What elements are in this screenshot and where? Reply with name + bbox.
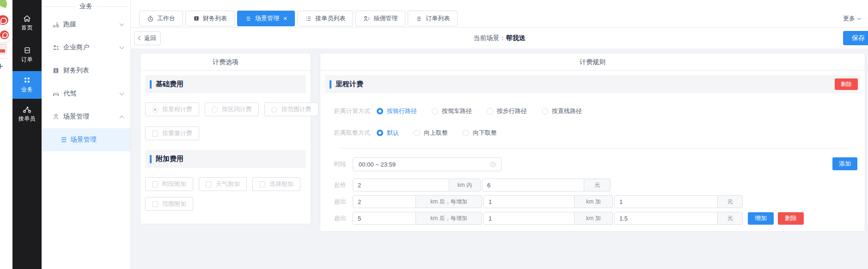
option-by-weight[interactable]: 按重量计费	[145, 126, 199, 140]
radio-label: 默认	[387, 129, 399, 137]
radio-round-up[interactable]: 向上取整	[414, 129, 448, 137]
radio-driving-route[interactable]: 按驾车路径	[432, 107, 472, 115]
section-accent-bar	[150, 80, 152, 89]
red-badge-icon[interactable]	[0, 15, 8, 25]
section-accent-bar	[150, 155, 152, 163]
submenu-subitem-scene-management-active[interactable]: ☰ 场景管理	[42, 128, 130, 151]
tab-label: 场景管理	[255, 14, 279, 23]
time-range-input[interactable]	[353, 161, 489, 168]
base-price-input[interactable]	[482, 179, 584, 191]
secondary-sidebar: 业务 跑腿 企业商户 财务列表 代驾	[42, 0, 131, 269]
radio-label: 向下取整	[473, 129, 497, 137]
tab-courier-list[interactable]: 接单员列表	[297, 11, 353, 26]
base-distance-input[interactable]	[353, 179, 449, 191]
more-tabs-dropdown[interactable]: 更多	[843, 11, 864, 23]
orders-icon	[24, 47, 31, 54]
exceed1-step-input[interactable]	[483, 195, 575, 208]
delete-tier-button[interactable]: 删除	[778, 212, 804, 225]
person-lines-icon	[363, 15, 370, 22]
submenu-item-scene-management[interactable]: 场景管理	[42, 105, 130, 128]
exceed-label: 超出	[334, 197, 346, 206]
tab-bar: 工作台 财务列表 场景管理 × 接单员列表	[131, 0, 868, 28]
base-fee-section-header: 基础费用	[145, 75, 306, 93]
option-label: 按区间计费	[222, 105, 252, 114]
base-option-row: 按里程计费 按区间计费 按范围计费	[145, 102, 306, 116]
tab-order-list[interactable]: 订单列表	[408, 11, 458, 26]
exceed-label: 超出	[334, 214, 346, 222]
current-scene-value: 帮我送	[506, 34, 526, 42]
checkbox-icon	[152, 131, 158, 137]
option-range-surcharge[interactable]: 范围附加	[145, 197, 193, 211]
radio-walking-route[interactable]: 按步行路径	[487, 107, 527, 115]
scooter-icon	[52, 21, 60, 28]
exceed2-distance-input[interactable]	[353, 212, 416, 225]
exceed1-price-input[interactable]	[614, 195, 718, 208]
radio-label: 按骑行路径	[387, 107, 417, 115]
radio-icon	[271, 107, 277, 113]
time-range-picker[interactable]	[353, 157, 501, 171]
tab-commission-management[interactable]: 抽佣管理	[355, 11, 405, 26]
addon-km-add: km 加	[575, 212, 613, 225]
car-icon	[52, 90, 60, 97]
sidebar-item-label: 业务	[21, 86, 33, 94]
tab-label: 订单列表	[426, 14, 450, 23]
exceed1-distance-input[interactable]	[353, 195, 416, 208]
back-button[interactable]: 返回	[134, 31, 161, 45]
submenu-item-enterprise-merchants[interactable]: 企业商户	[42, 36, 130, 59]
submenu-item-label: 代驾	[63, 90, 120, 98]
addon-km-after-each: km 后，每增加	[416, 212, 482, 225]
option-weather-surcharge[interactable]: 天气附加	[199, 177, 247, 191]
delete-section-button[interactable]: 删除	[835, 78, 858, 90]
distance-round-label: 距离取整方式	[334, 129, 370, 137]
exceed2-step-input[interactable]	[483, 212, 575, 225]
close-icon[interactable]: ×	[283, 15, 287, 22]
pdf-doc-icon[interactable]	[0, 44, 6, 54]
checkbox-icon	[206, 181, 212, 187]
distance-calc-row: 距离计算方式 按骑行路径 按驾车路径 按步行路径	[325, 107, 860, 115]
back-label: 返回	[144, 34, 156, 42]
tab-label: 抽佣管理	[373, 14, 397, 23]
section-divider	[339, 148, 851, 149]
tab-scene-management-active[interactable]: 场景管理 ×	[237, 11, 295, 26]
add-tier-button[interactable]: 增加	[748, 212, 774, 225]
option-by-interval[interactable]: 按区间计费	[205, 102, 259, 116]
base-option-row-2: 按重量计费	[145, 126, 306, 140]
option-by-mileage[interactable]: 按里程计费	[145, 102, 199, 116]
chevron-down-icon	[120, 91, 124, 96]
radio-round-default[interactable]: 默认	[377, 129, 399, 137]
add-time-period-button[interactable]: 添加	[832, 157, 857, 170]
option-label: 按里程计费	[162, 105, 192, 114]
tab-finance-list[interactable]: 财务列表	[185, 11, 235, 26]
edge-divider	[0, 58, 8, 59]
red-app-icon[interactable]	[0, 27, 9, 42]
submenu-item-finance-list[interactable]: 财务列表	[42, 59, 130, 82]
current-scene: 当前场景：帮我送	[474, 34, 526, 42]
radio-straight-line-route[interactable]: 按直线路径	[542, 107, 582, 115]
submenu-item-driving[interactable]: 代驾	[42, 82, 130, 105]
sidebar-item-home[interactable]: 首页	[12, 11, 42, 36]
sidebar-item-couriers[interactable]: 接单员	[12, 102, 42, 126]
sidebar-item-orders[interactable]: 订单	[12, 43, 42, 67]
option-label: 按范围计费	[281, 105, 312, 114]
leaf-icon[interactable]	[0, 0, 8, 8]
clock-icon	[489, 161, 496, 168]
apps-grid-icon	[23, 76, 31, 84]
sidebar-item-business-active[interactable]: 业务	[12, 71, 42, 99]
radio-riding-route[interactable]: 按骑行路径	[377, 107, 417, 115]
submenu-item-label: 场景管理	[63, 113, 120, 121]
plus-icon[interactable]: +	[0, 60, 3, 72]
option-by-range[interactable]: 按范围计费	[264, 102, 318, 116]
option-select-surcharge[interactable]: 选择附加	[252, 177, 300, 191]
submenu-item-errand[interactable]: 跑腿	[42, 13, 130, 36]
option-time-surcharge[interactable]: 时段附加	[145, 177, 193, 191]
menu-lines-icon	[416, 15, 422, 22]
exceed2-price-input[interactable]	[614, 212, 718, 225]
current-scene-label: 当前场景：	[474, 34, 506, 42]
more-label: 更多	[843, 14, 855, 23]
radio-round-down[interactable]: 向下取整	[463, 129, 497, 137]
save-button[interactable]: 保存	[843, 31, 868, 45]
submenu-title: 业务	[42, 0, 130, 13]
chevron-down-icon	[120, 22, 124, 26]
tab-workbench[interactable]: 工作台	[139, 11, 183, 26]
section-title: 基础费用	[156, 80, 183, 89]
